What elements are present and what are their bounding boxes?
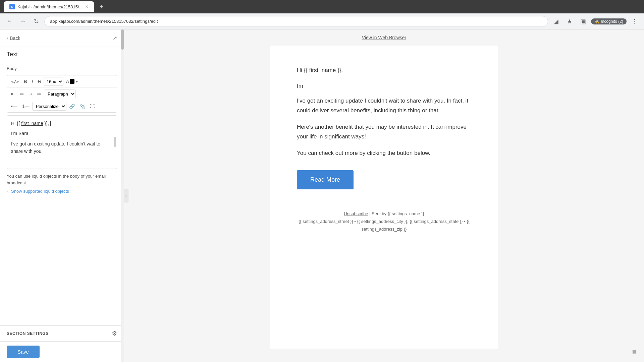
email-intro: Im xyxy=(297,83,471,89)
editor-toolbar: </> B I S 16px A ▼ xyxy=(7,75,117,113)
preview-topbar: View in Web Browser xyxy=(124,29,644,46)
email-footer: Unsubscribe | Sent by {{ settings_name }… xyxy=(297,203,471,233)
email-paragraph-3: You can check out more by clicking the b… xyxy=(297,148,471,158)
editor-line-2: I'm Sara xyxy=(11,130,113,137)
editor-area[interactable]: Hi {{ first_name }}, I'm Sara I've got a… xyxy=(7,115,117,169)
panel-content: Body </> B I S 16px A xyxy=(0,61,124,199)
unsubscribe-link[interactable]: Unsubscribe xyxy=(344,211,368,216)
editor-line-1: Hi {{ first_name }}, xyxy=(11,120,113,127)
view-in-browser-link[interactable]: View in Web Browser xyxy=(362,35,407,40)
color-dropdown-arrow: ▼ xyxy=(75,80,78,83)
read-more-button[interactable]: Read More xyxy=(297,170,354,189)
scroll-thumb xyxy=(121,29,124,50)
font-color-icon: A xyxy=(66,79,69,84)
panel-title: Text xyxy=(0,47,124,61)
save-area: Save xyxy=(0,341,124,362)
show-liquid-link[interactable]: ⌄ Show supported liquid objects xyxy=(7,189,117,194)
save-button[interactable]: Save xyxy=(7,346,40,358)
browser-toolbar-icons: ◢ ★ ▣ 🕵 Incognito (2) ⋮ xyxy=(551,16,640,27)
section-settings-gear-button[interactable]: ⚙ xyxy=(112,330,117,337)
email-greeting: Hi {{ first_name }}, xyxy=(297,66,471,75)
new-tab-button[interactable]: + xyxy=(97,2,106,12)
paragraph-select[interactable]: Paragraph xyxy=(44,89,76,98)
tab-favicon: K xyxy=(9,4,15,9)
reload-button[interactable]: ↻ xyxy=(31,16,42,27)
tab-title: Kajabi - /admin/themes/215315/... xyxy=(17,4,83,9)
browser-toolbar: ← → ↻ app.kajabi.com/admin/themes/215315… xyxy=(0,13,644,29)
incognito-icon: 🕵 xyxy=(594,19,599,24)
chevron-down-icon: ⌄ xyxy=(7,189,10,193)
main-layout: ‹ Back ↗ Text Body </> B I S xyxy=(0,29,644,362)
email-paragraph-2: Here's another benefit that you may be i… xyxy=(297,122,471,142)
align-right-button[interactable]: ⇥ xyxy=(26,89,35,99)
toolbar-row-1: </> B I S 16px A ▼ xyxy=(7,75,117,88)
editor-scrollbar[interactable] xyxy=(114,116,116,169)
browser-chrome: K Kajabi - /admin/themes/215315/... ✕ + xyxy=(0,0,644,13)
font-size-select[interactable]: 16px xyxy=(44,77,63,86)
incognito-label: Incognito (2) xyxy=(601,19,623,24)
footer-address: {{ settings_address_street }} • {{ setti… xyxy=(297,218,471,233)
align-justify-button[interactable]: ⇨ xyxy=(35,89,43,99)
unordered-list-button[interactable]: •— xyxy=(9,102,19,111)
panel-scroll[interactable]: Body </> B I S 16px A xyxy=(0,61,124,325)
email-preview: Hi {{ first_name }}, Im I've got an exci… xyxy=(270,46,498,349)
panel-collapse-button[interactable]: ‹ xyxy=(124,189,128,202)
cast-icon[interactable]: ◢ xyxy=(551,16,561,27)
bold-button[interactable]: B xyxy=(21,77,29,86)
align-center-button[interactable]: ⇦ xyxy=(18,89,26,99)
left-panel: ‹ Back ↗ Text Body </> B I S xyxy=(0,29,124,362)
email-paragraph-1: I've got an exciting update I couldn't w… xyxy=(297,96,471,116)
bookmark-icon[interactable]: ★ xyxy=(564,16,575,27)
browser-tab[interactable]: K Kajabi - /admin/themes/215315/... ✕ xyxy=(4,1,94,12)
incognito-badge[interactable]: 🕵 Incognito (2) xyxy=(591,18,627,24)
expand-icon[interactable]: ↗ xyxy=(113,35,117,41)
back-label: Back xyxy=(10,36,20,41)
ordered-list-button[interactable]: 1— xyxy=(20,102,32,111)
footer-unsubscribe-line: Unsubscribe | Sent by {{ settings_name }… xyxy=(297,210,471,218)
show-liquid-label: Show supported liquid objects xyxy=(11,189,69,194)
body-section-label: Body xyxy=(7,66,117,71)
attach-button[interactable]: 📎 xyxy=(77,102,87,111)
preview-area: View in Web Browser Hi {{ first_name }},… xyxy=(124,29,644,362)
forward-nav-button[interactable]: → xyxy=(17,16,28,27)
editor-scroll-thumb xyxy=(114,137,116,147)
font-color-button[interactable]: A ▼ xyxy=(64,77,80,86)
align-left-button[interactable]: ⇤ xyxy=(9,89,17,99)
section-settings: SECTION SETTINGS ⚙ xyxy=(0,325,124,341)
tab-close-button[interactable]: ✕ xyxy=(85,4,89,9)
editor-line-3: I've got an exciting update I couldn't w… xyxy=(11,140,113,155)
back-arrow-icon: ‹ xyxy=(7,35,8,41)
helper-text: You can use liquid objects in the body o… xyxy=(7,173,117,186)
footer-sent-by: | Sent by {{ settings_name }} xyxy=(369,211,424,216)
menu-icon[interactable]: ⋮ xyxy=(629,16,640,27)
toolbar-row-2: ⇤ ⇦ ⇥ ⇨ Paragraph xyxy=(7,88,117,100)
back-nav-button[interactable]: ← xyxy=(4,16,15,27)
collapse-arrow-icon: ‹ xyxy=(125,193,127,198)
link-button[interactable]: 🔗 xyxy=(67,102,77,111)
color-swatch xyxy=(70,79,74,84)
panel-header: ‹ Back ↗ xyxy=(0,29,124,47)
address-bar[interactable]: app.kajabi.com/admin/themes/2153157632/s… xyxy=(44,16,548,27)
back-button[interactable]: ‹ Back xyxy=(7,35,20,41)
strikethrough-button[interactable]: S xyxy=(36,77,43,86)
italic-button[interactable]: I xyxy=(30,77,35,86)
code-button[interactable]: </> xyxy=(9,77,21,86)
toolbar-row-3: •— 1— Personalize 🔗 📎 ⛶ xyxy=(7,100,117,112)
personalize-select[interactable]: Personalize xyxy=(32,102,66,111)
extensions-icon[interactable]: ▣ xyxy=(578,16,588,27)
section-settings-label: SECTION SETTINGS xyxy=(7,331,49,336)
fullscreen-button[interactable]: ⛶ xyxy=(88,102,97,111)
url-text: app.kajabi.com/admin/themes/2153157632/s… xyxy=(50,19,158,24)
